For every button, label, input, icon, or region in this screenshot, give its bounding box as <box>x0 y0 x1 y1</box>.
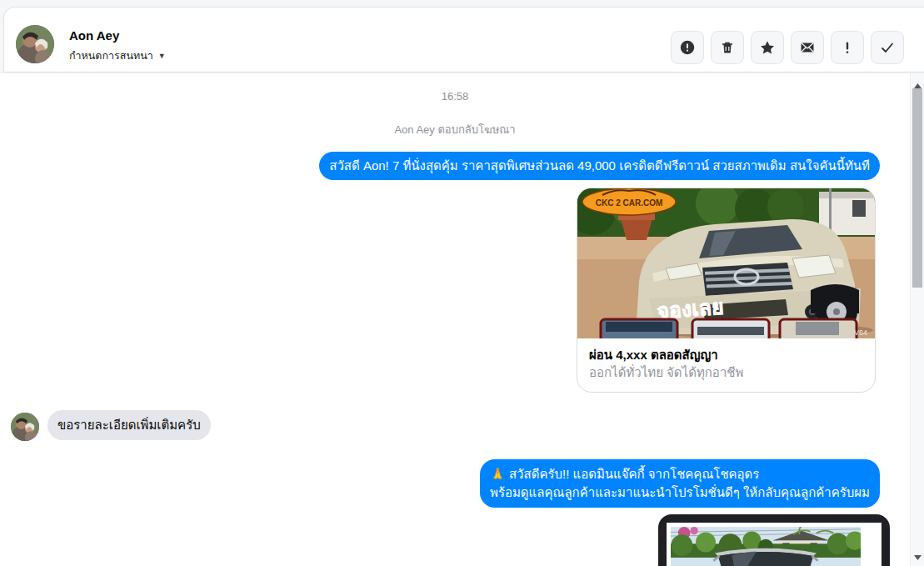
check-icon <box>879 39 896 56</box>
car-listing-card[interactable]: จองเลย CKC 2 CAR.COM V64 <box>577 188 876 393</box>
photo-matte <box>667 523 882 566</box>
avatar <box>11 413 39 441</box>
avatar <box>16 25 54 63</box>
conversation-menu-label: กำหนดการสนทนา <box>69 48 153 64</box>
message-line-2: พร้อมดูแลคุณลูกค้าและมาแนะนำโปรโมชั่นดีๆ… <box>490 483 870 502</box>
car-photo[interactable]: จองเลย CKC 2 CAR.COM V64 <box>577 188 875 338</box>
mark-done-button[interactable] <box>871 31 904 64</box>
message-line-1: 🙏 สวัสดีครับ!! แอดมินแจ๊คกี้ จากโชคคุณโช… <box>490 465 870 483</box>
conversation-menu-button[interactable]: กำหนดการสนทนา ▼ <box>69 48 166 64</box>
outgoing-message-bubble: สวัสดี Aon! 7 ที่นั่งสุดคุ้ม ราคาสุดพิเศ… <box>319 152 880 180</box>
mark-unread-button[interactable] <box>791 31 824 64</box>
ad-reply-note: Aon Aey ตอบกลับโฆษณา <box>0 121 910 138</box>
photo-thumbnails <box>601 319 857 338</box>
incoming-message-bubble: ขอรายละเอียดเพิ่มเติมครับ <box>47 410 211 440</box>
outgoing-message-bubble: 🙏 สวัสดีครับ!! แอดมินแจ๊คกี้ จากโชคคุณโช… <box>480 459 880 508</box>
watermark-text: V64 <box>854 328 867 337</box>
car-listing-subtitle: ออกได้ทั่วไทย จัดได้ทุกอาชีพ <box>589 363 863 381</box>
report-button[interactable] <box>671 31 704 64</box>
trash-icon <box>719 39 736 56</box>
dealer-badge: CKC 2 CAR.COM <box>582 188 676 215</box>
header-action-buttons <box>671 31 904 64</box>
delete-button[interactable] <box>711 31 744 64</box>
envelope-icon <box>799 39 816 56</box>
avatar-photo <box>11 413 39 441</box>
message-thread: 16:58 Aon Aey ตอบกลับโฆษณา สวัสดี Aon! 7… <box>0 73 910 566</box>
car-listing-caption[interactable]: ผ่อน 4,xxx ตลอดสัญญา ออกได้ทั่วไทย จัดได… <box>577 338 875 392</box>
timestamp: 16:58 <box>0 90 910 103</box>
car-photo-2 <box>671 527 861 566</box>
chevron-down-icon: ▼ <box>158 53 166 60</box>
exclamation-circle-icon <box>679 39 696 56</box>
important-button[interactable] <box>831 31 864 64</box>
scrollbar[interactable] <box>910 73 924 566</box>
car-listing-title: ผ่อน 4,xxx ตลอดสัญญา <box>589 346 863 363</box>
scrollbar-thumb[interactable] <box>912 88 922 288</box>
avatar-photo <box>16 25 54 63</box>
contact-name: Aon Aey <box>69 28 119 43</box>
star-button[interactable] <box>751 31 784 64</box>
dealer-badge-text: CKC 2 CAR.COM <box>596 198 663 208</box>
messenger-inbox-window: Aon Aey กำหนดการสนทนา ▼ <box>0 0 924 566</box>
car-photo-framed[interactable] <box>658 514 890 566</box>
conversation-header: Aon Aey กำหนดการสนทนา ▼ <box>3 7 924 73</box>
scroll-down-arrow[interactable] <box>911 548 924 563</box>
star-icon <box>759 39 776 56</box>
exclamation-icon <box>839 39 856 56</box>
